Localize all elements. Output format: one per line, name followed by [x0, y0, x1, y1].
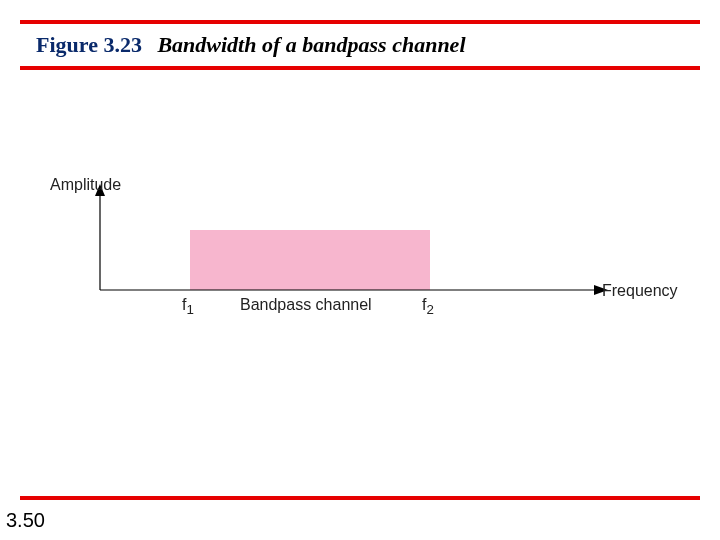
- figure-label: Figure 3.23: [36, 32, 142, 57]
- title-underline-rule: [20, 66, 700, 70]
- f2-label: f2: [422, 296, 434, 317]
- band-label: Bandpass channel: [240, 296, 372, 314]
- bottom-rule: [20, 496, 700, 500]
- figure-caption: Bandwidth of a bandpass channel: [157, 32, 465, 57]
- page-number: 3.50: [6, 509, 45, 532]
- x-axis-label: Frequency: [602, 282, 678, 300]
- bandpass-diagram: Amplitude Frequency f1 f2 Bandpass chann…: [60, 180, 660, 360]
- bandpass-region: [190, 230, 430, 290]
- f1-label: f1: [182, 296, 194, 317]
- f1-subscript: 1: [186, 302, 193, 317]
- top-rule: [20, 20, 700, 24]
- figure-title: Figure 3.23 Bandwidth of a bandpass chan…: [36, 30, 700, 60]
- slide: Figure 3.23 Bandwidth of a bandpass chan…: [0, 0, 720, 540]
- y-axis-label: Amplitude: [50, 176, 121, 194]
- f2-subscript: 2: [426, 302, 433, 317]
- diagram-svg: [60, 180, 660, 340]
